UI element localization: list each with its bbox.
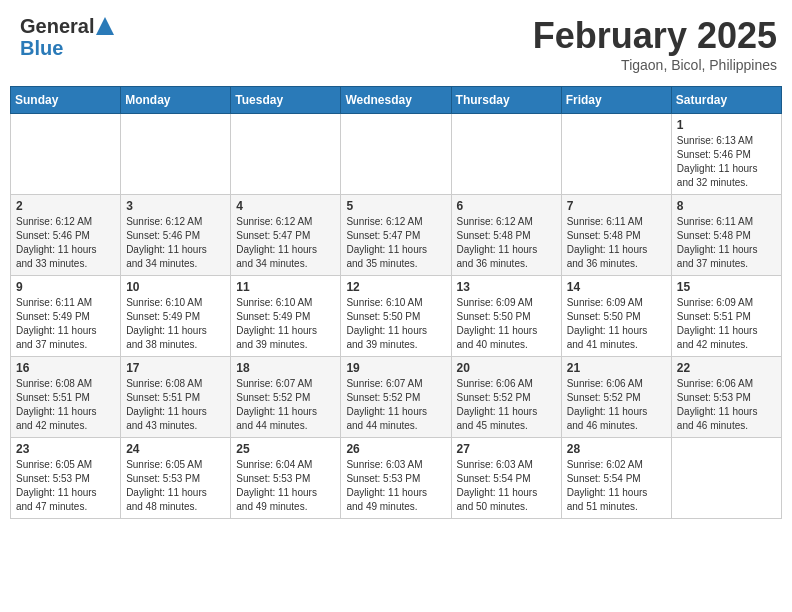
day-info: Sunrise: 6:04 AM Sunset: 5:53 PM Dayligh… xyxy=(236,458,335,514)
weekday-header-monday: Monday xyxy=(121,87,231,114)
logo: General Blue xyxy=(20,15,114,59)
calendar-week-row: 2Sunrise: 6:12 AM Sunset: 5:46 PM Daylig… xyxy=(11,195,782,276)
calendar-cell: 25Sunrise: 6:04 AM Sunset: 5:53 PM Dayli… xyxy=(231,438,341,519)
day-info: Sunrise: 6:10 AM Sunset: 5:49 PM Dayligh… xyxy=(126,296,225,352)
day-info: Sunrise: 6:12 AM Sunset: 5:48 PM Dayligh… xyxy=(457,215,556,271)
calendar-week-row: 16Sunrise: 6:08 AM Sunset: 5:51 PM Dayli… xyxy=(11,357,782,438)
day-number: 5 xyxy=(346,199,445,213)
weekday-header-saturday: Saturday xyxy=(671,87,781,114)
day-info: Sunrise: 6:08 AM Sunset: 5:51 PM Dayligh… xyxy=(16,377,115,433)
calendar-cell: 19Sunrise: 6:07 AM Sunset: 5:52 PM Dayli… xyxy=(341,357,451,438)
day-info: Sunrise: 6:09 AM Sunset: 5:51 PM Dayligh… xyxy=(677,296,776,352)
day-number: 6 xyxy=(457,199,556,213)
calendar-cell xyxy=(11,114,121,195)
calendar-cell: 24Sunrise: 6:05 AM Sunset: 5:53 PM Dayli… xyxy=(121,438,231,519)
calendar-cell: 13Sunrise: 6:09 AM Sunset: 5:50 PM Dayli… xyxy=(451,276,561,357)
day-number: 25 xyxy=(236,442,335,456)
calendar-cell: 17Sunrise: 6:08 AM Sunset: 5:51 PM Dayli… xyxy=(121,357,231,438)
calendar-cell xyxy=(121,114,231,195)
day-number: 21 xyxy=(567,361,666,375)
day-info: Sunrise: 6:09 AM Sunset: 5:50 PM Dayligh… xyxy=(457,296,556,352)
calendar-cell xyxy=(341,114,451,195)
day-number: 22 xyxy=(677,361,776,375)
day-number: 14 xyxy=(567,280,666,294)
day-info: Sunrise: 6:10 AM Sunset: 5:49 PM Dayligh… xyxy=(236,296,335,352)
day-number: 20 xyxy=(457,361,556,375)
day-number: 16 xyxy=(16,361,115,375)
day-number: 19 xyxy=(346,361,445,375)
day-number: 27 xyxy=(457,442,556,456)
svg-marker-0 xyxy=(96,17,114,35)
day-info: Sunrise: 6:12 AM Sunset: 5:47 PM Dayligh… xyxy=(236,215,335,271)
calendar-cell: 15Sunrise: 6:09 AM Sunset: 5:51 PM Dayli… xyxy=(671,276,781,357)
day-info: Sunrise: 6:12 AM Sunset: 5:46 PM Dayligh… xyxy=(16,215,115,271)
calendar-cell: 21Sunrise: 6:06 AM Sunset: 5:52 PM Dayli… xyxy=(561,357,671,438)
calendar-cell xyxy=(561,114,671,195)
weekday-header-wednesday: Wednesday xyxy=(341,87,451,114)
day-number: 15 xyxy=(677,280,776,294)
day-info: Sunrise: 6:07 AM Sunset: 5:52 PM Dayligh… xyxy=(236,377,335,433)
calendar-cell: 22Sunrise: 6:06 AM Sunset: 5:53 PM Dayli… xyxy=(671,357,781,438)
day-number: 3 xyxy=(126,199,225,213)
day-info: Sunrise: 6:09 AM Sunset: 5:50 PM Dayligh… xyxy=(567,296,666,352)
day-number: 24 xyxy=(126,442,225,456)
weekday-header-thursday: Thursday xyxy=(451,87,561,114)
calendar-cell: 9Sunrise: 6:11 AM Sunset: 5:49 PM Daylig… xyxy=(11,276,121,357)
day-number: 4 xyxy=(236,199,335,213)
calendar-cell: 20Sunrise: 6:06 AM Sunset: 5:52 PM Dayli… xyxy=(451,357,561,438)
day-info: Sunrise: 6:03 AM Sunset: 5:54 PM Dayligh… xyxy=(457,458,556,514)
calendar-cell: 27Sunrise: 6:03 AM Sunset: 5:54 PM Dayli… xyxy=(451,438,561,519)
calendar-cell: 18Sunrise: 6:07 AM Sunset: 5:52 PM Dayli… xyxy=(231,357,341,438)
day-info: Sunrise: 6:11 AM Sunset: 5:48 PM Dayligh… xyxy=(677,215,776,271)
calendar-cell: 5Sunrise: 6:12 AM Sunset: 5:47 PM Daylig… xyxy=(341,195,451,276)
day-info: Sunrise: 6:06 AM Sunset: 5:53 PM Dayligh… xyxy=(677,377,776,433)
day-info: Sunrise: 6:02 AM Sunset: 5:54 PM Dayligh… xyxy=(567,458,666,514)
day-info: Sunrise: 6:05 AM Sunset: 5:53 PM Dayligh… xyxy=(16,458,115,514)
weekday-header-friday: Friday xyxy=(561,87,671,114)
day-info: Sunrise: 6:11 AM Sunset: 5:48 PM Dayligh… xyxy=(567,215,666,271)
page-header: General Blue February 2025 Tigaon, Bicol… xyxy=(10,10,782,78)
logo-general-text: General xyxy=(20,15,94,37)
title-block: February 2025 Tigaon, Bicol, Philippines xyxy=(533,15,777,73)
calendar-cell: 16Sunrise: 6:08 AM Sunset: 5:51 PM Dayli… xyxy=(11,357,121,438)
day-info: Sunrise: 6:07 AM Sunset: 5:52 PM Dayligh… xyxy=(346,377,445,433)
month-title: February 2025 xyxy=(533,15,777,57)
calendar-cell: 12Sunrise: 6:10 AM Sunset: 5:50 PM Dayli… xyxy=(341,276,451,357)
day-number: 9 xyxy=(16,280,115,294)
calendar-cell: 1Sunrise: 6:13 AM Sunset: 5:46 PM Daylig… xyxy=(671,114,781,195)
day-number: 10 xyxy=(126,280,225,294)
calendar-cell: 8Sunrise: 6:11 AM Sunset: 5:48 PM Daylig… xyxy=(671,195,781,276)
day-info: Sunrise: 6:05 AM Sunset: 5:53 PM Dayligh… xyxy=(126,458,225,514)
calendar-cell: 14Sunrise: 6:09 AM Sunset: 5:50 PM Dayli… xyxy=(561,276,671,357)
calendar-cell: 10Sunrise: 6:10 AM Sunset: 5:49 PM Dayli… xyxy=(121,276,231,357)
calendar-header-row: SundayMondayTuesdayWednesdayThursdayFrid… xyxy=(11,87,782,114)
calendar-cell: 7Sunrise: 6:11 AM Sunset: 5:48 PM Daylig… xyxy=(561,195,671,276)
day-info: Sunrise: 6:06 AM Sunset: 5:52 PM Dayligh… xyxy=(567,377,666,433)
calendar-cell: 3Sunrise: 6:12 AM Sunset: 5:46 PM Daylig… xyxy=(121,195,231,276)
day-number: 1 xyxy=(677,118,776,132)
day-number: 28 xyxy=(567,442,666,456)
day-number: 17 xyxy=(126,361,225,375)
calendar-week-row: 23Sunrise: 6:05 AM Sunset: 5:53 PM Dayli… xyxy=(11,438,782,519)
day-number: 8 xyxy=(677,199,776,213)
calendar-table: SundayMondayTuesdayWednesdayThursdayFrid… xyxy=(10,86,782,519)
day-info: Sunrise: 6:10 AM Sunset: 5:50 PM Dayligh… xyxy=(346,296,445,352)
calendar-cell: 11Sunrise: 6:10 AM Sunset: 5:49 PM Dayli… xyxy=(231,276,341,357)
calendar-cell: 2Sunrise: 6:12 AM Sunset: 5:46 PM Daylig… xyxy=(11,195,121,276)
day-info: Sunrise: 6:03 AM Sunset: 5:53 PM Dayligh… xyxy=(346,458,445,514)
logo-triangle-icon xyxy=(96,17,114,35)
day-number: 2 xyxy=(16,199,115,213)
calendar-cell: 23Sunrise: 6:05 AM Sunset: 5:53 PM Dayli… xyxy=(11,438,121,519)
day-number: 11 xyxy=(236,280,335,294)
day-info: Sunrise: 6:12 AM Sunset: 5:46 PM Dayligh… xyxy=(126,215,225,271)
day-info: Sunrise: 6:08 AM Sunset: 5:51 PM Dayligh… xyxy=(126,377,225,433)
calendar-cell xyxy=(231,114,341,195)
calendar-cell: 26Sunrise: 6:03 AM Sunset: 5:53 PM Dayli… xyxy=(341,438,451,519)
day-number: 18 xyxy=(236,361,335,375)
logo-blue-text: Blue xyxy=(20,37,63,59)
day-info: Sunrise: 6:06 AM Sunset: 5:52 PM Dayligh… xyxy=(457,377,556,433)
day-info: Sunrise: 6:11 AM Sunset: 5:49 PM Dayligh… xyxy=(16,296,115,352)
calendar-cell: 4Sunrise: 6:12 AM Sunset: 5:47 PM Daylig… xyxy=(231,195,341,276)
calendar-week-row: 1Sunrise: 6:13 AM Sunset: 5:46 PM Daylig… xyxy=(11,114,782,195)
calendar-week-row: 9Sunrise: 6:11 AM Sunset: 5:49 PM Daylig… xyxy=(11,276,782,357)
